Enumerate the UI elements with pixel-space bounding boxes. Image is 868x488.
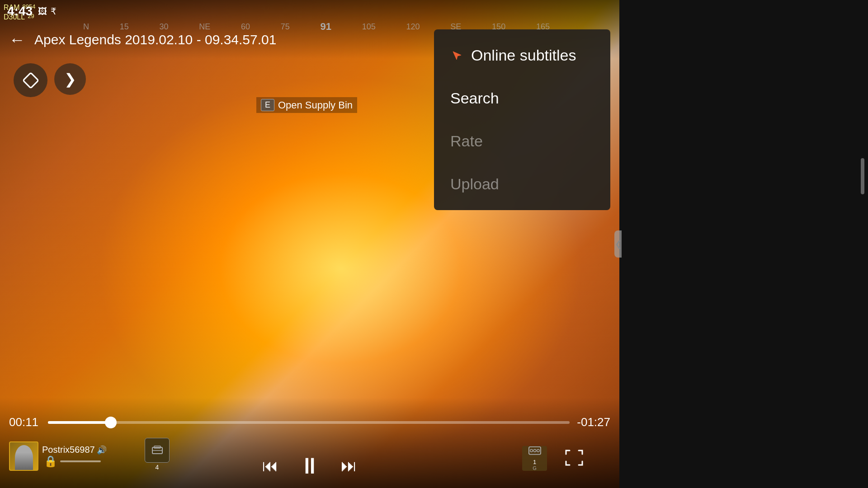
fullscreen-button[interactable] (565, 450, 583, 470)
back-button[interactable]: ← (9, 30, 25, 49)
sidebar-scrollbar[interactable] (861, 158, 864, 194)
status-bar: 4:43 🖼 ₹ (0, 0, 14, 23)
rate-label: Rate (450, 132, 483, 150)
right-sidebar (619, 0, 868, 488)
menu-item-rate[interactable]: Rate (434, 120, 610, 163)
remaining-time: -01:27 (577, 415, 610, 429)
rupee-icon: ₹ (51, 6, 57, 17)
player-name: Postrix56987 (42, 445, 95, 455)
svg-point-14 (530, 449, 533, 452)
svg-point-15 (533, 449, 536, 452)
video-title: Apex Legends 2019.02.10 - 09.34.57.01 (34, 32, 276, 47)
supply-bin-hint: E Open Supply Bin (256, 97, 357, 113)
lock-bar (60, 460, 101, 462)
progress-thumb[interactable] (105, 417, 117, 428)
lock-area: 🔒 (44, 455, 107, 468)
svg-rect-13 (528, 447, 540, 455)
svg-rect-9 (23, 73, 38, 88)
prev-button[interactable]: ⏮ (253, 456, 288, 475)
dropdown-menu: Online subtitles Search Rate Upload (434, 29, 610, 210)
current-time: 00:11 (9, 415, 41, 429)
svg-point-16 (537, 449, 539, 452)
menu-item-online-subtitles[interactable]: Online subtitles (434, 34, 610, 77)
upload-label: Upload (450, 175, 499, 192)
ammo-icon: 1 G (522, 446, 547, 471)
menu-item-upload[interactable]: Upload (434, 163, 610, 206)
pause-button[interactable]: ⏸ (288, 453, 332, 479)
supply-bin-text: Open Supply Bin (278, 99, 353, 111)
progress-fill (48, 421, 111, 424)
sidebar-collapse-handle[interactable]: ❮ (614, 230, 622, 258)
player-avatar-area: Postrix56987 🔊 🔒 (9, 441, 107, 471)
progress-bar[interactable] (48, 421, 570, 424)
bottom-controls: Postrix56987 🔊 🔒 4 ⏮ ⏸ (0, 453, 619, 479)
item-icon-left: 4 (145, 438, 170, 471)
next-button[interactable]: ⏭ (332, 456, 366, 475)
status-icons: 🖼 ₹ (38, 6, 57, 17)
online-subtitles-label: Online subtitles (471, 47, 576, 64)
lock-icon: 🔒 (44, 455, 57, 468)
avatar-image (9, 441, 38, 471)
search-label: Search (450, 89, 499, 107)
progress-area: 00:11 -01:27 (0, 415, 619, 429)
status-time: 4:43 (7, 4, 33, 19)
menu-item-search[interactable]: Search (434, 77, 610, 120)
supply-bin-key: E (261, 99, 274, 111)
next-chapter-button[interactable]: ❯ (54, 63, 86, 95)
camera-icon: 🖼 (38, 6, 47, 17)
speaker-icon: 🔊 (97, 445, 107, 455)
rotate-button[interactable] (14, 63, 47, 97)
